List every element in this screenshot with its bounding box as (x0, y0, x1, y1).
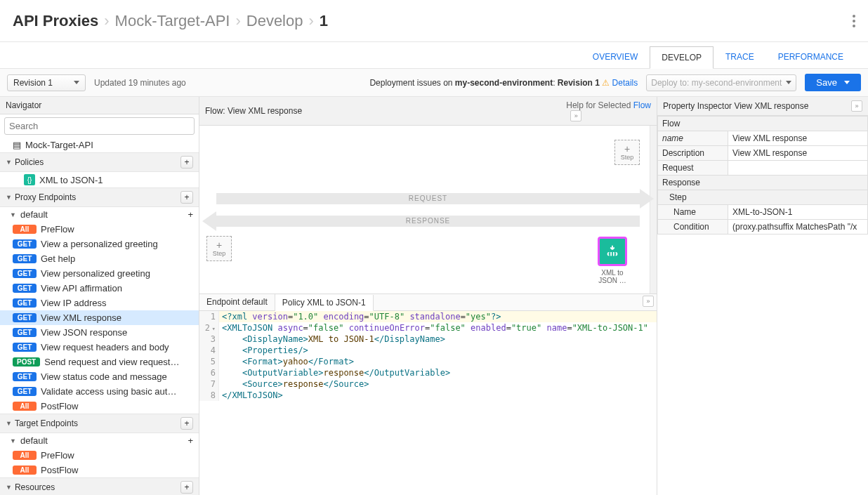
method-badge: GET (13, 239, 37, 249)
flow-item[interactable]: GETGet help (0, 251, 199, 266)
method-badge: GET (13, 284, 37, 293)
add-flow-button[interactable]: + (188, 209, 193, 220)
flow-label: View API affirmation (41, 283, 122, 293)
method-badge: All (13, 225, 37, 234)
navigator-tree: ▤ Mock-Target-API ▼ Policies + {} XML to… (0, 138, 199, 495)
method-badge: GET (13, 328, 37, 337)
collapse-inspector-icon[interactable]: » (851, 100, 862, 112)
inspector-panel: Property Inspector View XML response » F… (657, 97, 868, 495)
prop-step-name[interactable]: XML-to-JSON-1 (728, 205, 868, 220)
prop-condition[interactable]: (proxy.pathsuffix MatchesPath "/x (728, 220, 868, 235)
add-policy-button[interactable]: + (180, 156, 193, 169)
flow-canvas: + Step REQUEST RESPONSE + Step XML to JS… (199, 126, 657, 294)
chevron-right-icon: › (104, 12, 109, 30)
caret-down-icon (74, 81, 79, 84)
tab-policy-xml[interactable]: Policy XML to JSON-1 (275, 295, 374, 311)
kebab-menu-icon[interactable] (853, 15, 855, 27)
target-endpoints-section[interactable]: ▼ Target Endpoints + (0, 414, 199, 433)
collapse-code-icon[interactable]: » (643, 296, 654, 307)
flow-label: PreFlow (41, 450, 74, 461)
add-response-step-button[interactable]: + Step (206, 236, 232, 261)
code-tabs: Endpoint default Policy XML to JSON-1 » (199, 294, 657, 311)
flow-item[interactable]: GETView request headers and body (0, 340, 199, 355)
flow-item[interactable]: GETValidate access using basic aut… (0, 384, 199, 399)
request-lane: REQUEST (216, 193, 640, 204)
method-badge: All (13, 451, 37, 460)
caret-down-icon: ▼ (6, 484, 12, 491)
proxy-default-item[interactable]: ▼ default + (0, 207, 199, 222)
flow-item[interactable]: GETView status code and message (0, 369, 199, 384)
method-badge: GET (13, 343, 37, 352)
tab-develop[interactable]: DEVELOP (650, 46, 714, 69)
flow-item[interactable]: GETView personalized greeting (0, 266, 199, 281)
prop-description[interactable]: View XML response (728, 146, 868, 161)
add-proxy-endpoint-button[interactable]: + (180, 191, 193, 204)
search-input[interactable] (4, 117, 195, 135)
method-badge: GET (13, 254, 37, 263)
breadcrumb-proxy[interactable]: Mock-Target-API (115, 12, 230, 30)
tab-overview[interactable]: OVERVIEW (581, 46, 650, 68)
resources-section[interactable]: ▼ Resources + (0, 477, 199, 495)
proxy-endpoints-section[interactable]: ▼ Proxy Endpoints + (0, 187, 199, 207)
flow-item[interactable]: GETView IP address (0, 296, 199, 310)
method-badge: GET (13, 313, 37, 322)
add-target-endpoint-button[interactable]: + (180, 417, 193, 430)
add-request-step-button[interactable]: + Step (614, 140, 640, 165)
breadcrumb-develop[interactable]: Develop (246, 12, 303, 30)
caret-down-icon: ▼ (6, 420, 12, 427)
policies-section[interactable]: ▼ Policies + (0, 152, 199, 172)
caret-down-icon: ▼ (6, 159, 12, 166)
prop-request[interactable] (728, 161, 868, 176)
details-link[interactable]: Details (612, 78, 638, 88)
flow-label: PreFlow (41, 224, 74, 235)
plus-icon: + (216, 240, 222, 250)
flow-item[interactable]: AllPostFlow (0, 463, 199, 477)
help-flow-link[interactable]: Flow (633, 100, 651, 110)
code-editor[interactable]: 12 ▾345678 <?xml version="1.0" encoding=… (199, 311, 657, 495)
policy-step[interactable]: XML to JSON … (598, 237, 627, 284)
method-badge: GET (13, 372, 37, 381)
flow-label: View a personalized greeting (41, 239, 158, 249)
policy-item[interactable]: {} XML to JSON-1 (0, 172, 199, 187)
flow-label: Send request and view request… (44, 357, 179, 367)
navigator-panel: « Navigator ▤ Mock-Target-API ▼ Policies… (0, 97, 199, 495)
center-panel: Flow: View XML response Help for Selecte… (199, 97, 657, 495)
tab-trace[interactable]: TRACE (714, 46, 766, 68)
save-button[interactable]: Save (805, 74, 861, 91)
tab-endpoint-default[interactable]: Endpoint default (199, 294, 275, 310)
method-badge: POST (13, 357, 40, 367)
breadcrumb-root[interactable]: API Proxies (13, 12, 98, 30)
flow-label: View JSON response (41, 327, 127, 338)
xml-to-json-icon (598, 237, 627, 266)
flow-label: PostFlow (41, 401, 78, 411)
flow-item[interactable]: GETView API affirmation (0, 281, 199, 296)
action-bar: Revision 1 Updated 19 minutes ago Deploy… (0, 69, 868, 97)
target-default-item[interactable]: ▼ default + (0, 433, 199, 448)
flow-item[interactable]: POSTSend request and view request… (0, 355, 199, 369)
flow-item[interactable]: GETView JSON response (0, 325, 199, 340)
flow-item[interactable]: AllPostFlow (0, 399, 199, 414)
flow-item[interactable]: AllPreFlow (0, 448, 199, 463)
chevron-right-icon: › (308, 12, 313, 30)
proxy-root-item[interactable]: ▤ Mock-Target-API (0, 138, 199, 152)
caret-down-icon (786, 81, 791, 84)
add-target-flow-button[interactable]: + (188, 435, 193, 446)
revision-select[interactable]: Revision 1 (7, 74, 86, 91)
flow-label: View IP address (41, 298, 106, 308)
flow-label: View personalized greeting (41, 268, 150, 279)
collapse-flow-icon[interactable]: » (570, 110, 581, 121)
flow-item[interactable]: GETView XML response (0, 310, 199, 325)
flow-item[interactable]: AllPreFlow (0, 222, 199, 237)
breadcrumb-revision: 1 (320, 12, 328, 30)
tab-performance[interactable]: PERFORMANCE (766, 46, 855, 68)
method-badge: All (13, 402, 37, 411)
method-badge: GET (13, 298, 37, 308)
properties-table: Flow nameView XML response DescriptionVi… (657, 116, 868, 235)
flow-item[interactable]: GETView a personalized greeting (0, 237, 199, 251)
add-resource-button[interactable]: + (180, 481, 193, 494)
deploy-to-select[interactable]: Deploy to: my-second-environment (646, 74, 796, 91)
flow-label: View status code and message (41, 371, 167, 382)
arrow-right-icon (640, 189, 654, 209)
prop-name[interactable]: View XML response (728, 131, 868, 146)
scrollbar[interactable] (650, 126, 657, 293)
